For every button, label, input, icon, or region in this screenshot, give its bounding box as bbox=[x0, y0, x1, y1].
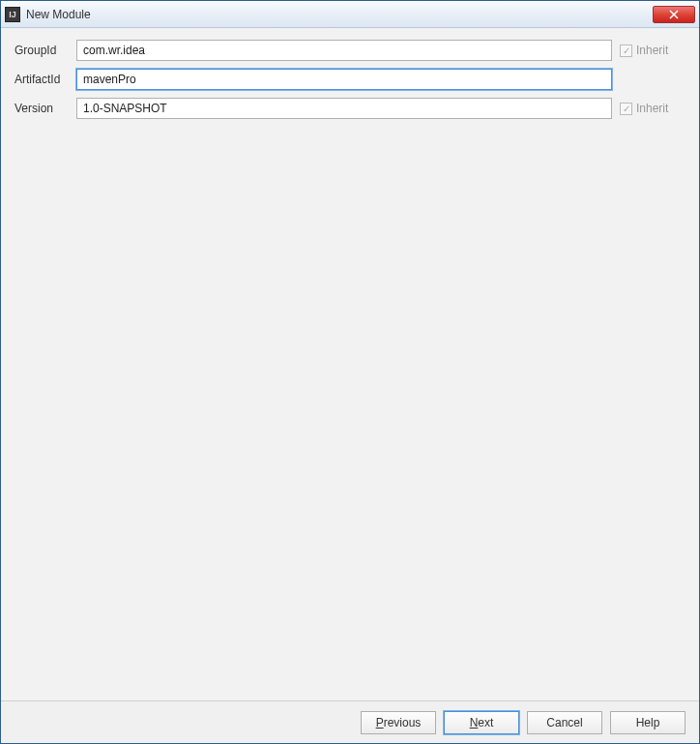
group-id-input[interactable] bbox=[76, 40, 612, 61]
close-button[interactable] bbox=[653, 6, 695, 23]
app-icon: IJ bbox=[5, 7, 20, 22]
form-content: GroupId ✓ Inherit ArtifactId Version ✓ I… bbox=[1, 28, 699, 700]
next-button[interactable]: Next bbox=[444, 711, 519, 734]
version-inherit-checkbox: ✓ bbox=[620, 103, 632, 115]
artifact-id-input[interactable] bbox=[76, 69, 612, 90]
help-button[interactable]: Help bbox=[610, 711, 685, 734]
button-bar: Previous Next Cancel Help bbox=[1, 700, 699, 743]
version-label: Version bbox=[15, 102, 69, 115]
version-row: Version ✓ Inherit bbox=[15, 98, 685, 119]
close-icon bbox=[669, 10, 679, 19]
group-id-inherit: ✓ Inherit bbox=[620, 44, 685, 57]
group-id-inherit-checkbox: ✓ bbox=[620, 45, 632, 57]
previous-button[interactable]: Previous bbox=[361, 711, 436, 734]
version-input[interactable] bbox=[76, 98, 612, 119]
cancel-button[interactable]: Cancel bbox=[527, 711, 602, 734]
group-id-row: GroupId ✓ Inherit bbox=[15, 40, 685, 61]
artifact-id-label: ArtifactId bbox=[15, 73, 69, 86]
artifact-id-row: ArtifactId bbox=[15, 69, 685, 90]
group-id-inherit-label: Inherit bbox=[636, 44, 668, 57]
content-spacer bbox=[15, 127, 685, 689]
version-inherit-label: Inherit bbox=[636, 102, 668, 115]
window-title: New Module bbox=[26, 8, 653, 21]
titlebar: IJ New Module bbox=[1, 1, 699, 28]
new-module-dialog: IJ New Module GroupId ✓ Inherit Artifact… bbox=[0, 0, 700, 744]
group-id-label: GroupId bbox=[15, 44, 69, 57]
version-inherit: ✓ Inherit bbox=[620, 102, 685, 115]
